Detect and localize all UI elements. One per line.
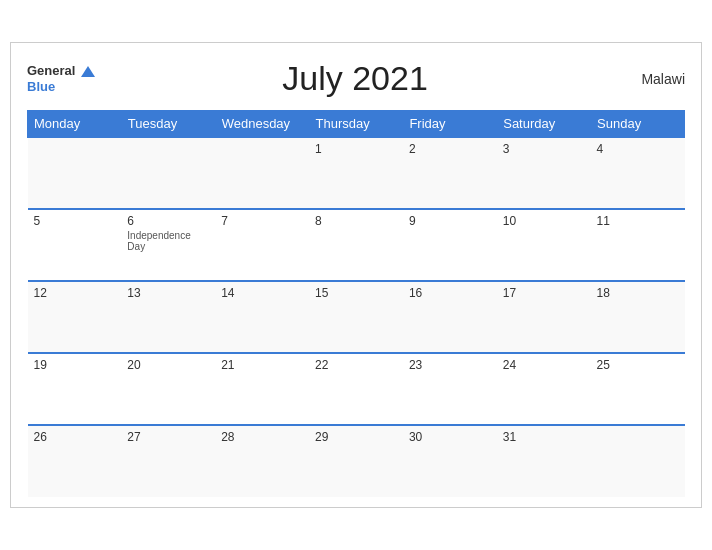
calendar-day-cell: 30 <box>403 425 497 497</box>
day-number: 27 <box>127 430 209 444</box>
logo: General Blue <box>27 63 95 94</box>
day-number: 31 <box>503 430 585 444</box>
calendar-day-cell: 18 <box>591 281 685 353</box>
day-number: 16 <box>409 286 491 300</box>
day-number: 11 <box>597 214 679 228</box>
calendar-day-cell: 8 <box>309 209 403 281</box>
day-number: 20 <box>127 358 209 372</box>
day-number: 24 <box>503 358 585 372</box>
day-number: 12 <box>34 286 116 300</box>
calendar-day-cell: 23 <box>403 353 497 425</box>
calendar-week-row: 19202122232425 <box>28 353 685 425</box>
calendar-day-cell: 14 <box>215 281 309 353</box>
day-number: 10 <box>503 214 585 228</box>
logo-top-row: General <box>27 63 95 79</box>
calendar-day-cell: 11 <box>591 209 685 281</box>
day-number: 28 <box>221 430 303 444</box>
day-number: 19 <box>34 358 116 372</box>
calendar-day-cell: 4 <box>591 137 685 209</box>
calendar-day-cell: 9 <box>403 209 497 281</box>
day-number: 30 <box>409 430 491 444</box>
calendar-day-cell: 19 <box>28 353 122 425</box>
calendar-header: General Blue July 2021 Malawi <box>27 59 685 98</box>
day-number: 25 <box>597 358 679 372</box>
col-saturday: Saturday <box>497 111 591 138</box>
col-tuesday: Tuesday <box>121 111 215 138</box>
calendar-container: General Blue July 2021 Malawi Monday Tue… <box>10 42 702 508</box>
day-number: 18 <box>597 286 679 300</box>
calendar-day-cell: 15 <box>309 281 403 353</box>
day-number: 21 <box>221 358 303 372</box>
day-number: 6 <box>127 214 209 228</box>
day-number: 1 <box>315 142 397 156</box>
calendar-day-cell: 22 <box>309 353 403 425</box>
col-sunday: Sunday <box>591 111 685 138</box>
calendar-day-cell: 5 <box>28 209 122 281</box>
calendar-day-cell <box>28 137 122 209</box>
calendar-day-cell: 31 <box>497 425 591 497</box>
day-number: 8 <box>315 214 397 228</box>
col-thursday: Thursday <box>309 111 403 138</box>
day-number: 9 <box>409 214 491 228</box>
day-number: 26 <box>34 430 116 444</box>
calendar-day-cell: 3 <box>497 137 591 209</box>
day-number: 13 <box>127 286 209 300</box>
day-number: 3 <box>503 142 585 156</box>
day-number: 29 <box>315 430 397 444</box>
calendar-week-row: 262728293031 <box>28 425 685 497</box>
calendar-grid: Monday Tuesday Wednesday Thursday Friday… <box>27 110 685 497</box>
calendar-day-cell <box>121 137 215 209</box>
calendar-day-cell: 21 <box>215 353 309 425</box>
logo-triangle-icon <box>81 66 95 77</box>
calendar-day-cell: 25 <box>591 353 685 425</box>
calendar-day-cell: 17 <box>497 281 591 353</box>
day-number: 2 <box>409 142 491 156</box>
col-friday: Friday <box>403 111 497 138</box>
calendar-week-row: 12131415161718 <box>28 281 685 353</box>
calendar-day-cell: 16 <box>403 281 497 353</box>
calendar-day-cell: 13 <box>121 281 215 353</box>
day-number: 15 <box>315 286 397 300</box>
day-number: 22 <box>315 358 397 372</box>
day-number: 4 <box>597 142 679 156</box>
weekday-header-row: Monday Tuesday Wednesday Thursday Friday… <box>28 111 685 138</box>
month-title: July 2021 <box>95 59 615 98</box>
country-label: Malawi <box>615 71 685 87</box>
calendar-day-cell <box>591 425 685 497</box>
calendar-day-cell: 27 <box>121 425 215 497</box>
col-monday: Monday <box>28 111 122 138</box>
calendar-day-cell: 2 <box>403 137 497 209</box>
calendar-day-cell <box>215 137 309 209</box>
logo-blue-text: Blue <box>27 79 95 95</box>
calendar-day-cell: 12 <box>28 281 122 353</box>
day-number: 5 <box>34 214 116 228</box>
calendar-day-cell: 7 <box>215 209 309 281</box>
day-number: 17 <box>503 286 585 300</box>
calendar-day-cell: 29 <box>309 425 403 497</box>
calendar-week-row: 56Independence Day7891011 <box>28 209 685 281</box>
calendar-day-cell: 28 <box>215 425 309 497</box>
calendar-day-cell: 26 <box>28 425 122 497</box>
calendar-day-cell: 20 <box>121 353 215 425</box>
calendar-day-cell: 6Independence Day <box>121 209 215 281</box>
day-number: 23 <box>409 358 491 372</box>
logo-general-text: General <box>27 63 75 78</box>
holiday-label: Independence Day <box>127 230 209 252</box>
day-number: 14 <box>221 286 303 300</box>
col-wednesday: Wednesday <box>215 111 309 138</box>
calendar-day-cell: 24 <box>497 353 591 425</box>
calendar-day-cell: 1 <box>309 137 403 209</box>
day-number: 7 <box>221 214 303 228</box>
calendar-day-cell: 10 <box>497 209 591 281</box>
calendar-week-row: 1234 <box>28 137 685 209</box>
